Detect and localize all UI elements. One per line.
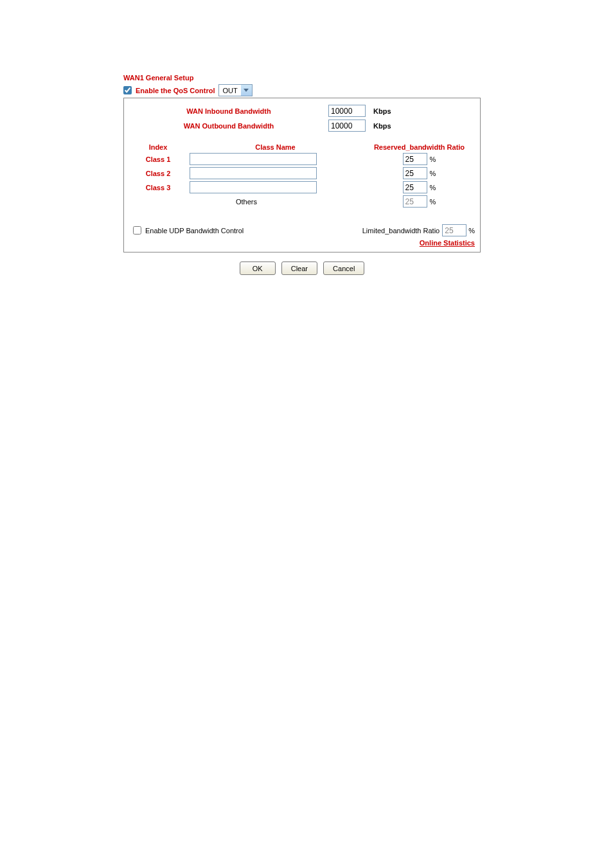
- class-index-cell: Class 1: [129, 155, 187, 163]
- button-row: OK Clear Cancel: [123, 261, 481, 275]
- qos-direction-select[interactable]: OUT: [218, 84, 252, 96]
- class-index-cell: Class 3: [129, 184, 187, 191]
- enable-qos-label: Enable the QoS Control: [136, 87, 215, 94]
- chevron-down-icon[interactable]: [241, 85, 252, 96]
- outbound-label: WAN Outbound Bandwidth: [129, 122, 328, 130]
- table-row: Class 2 %: [129, 167, 475, 179]
- class-name-cell: [187, 167, 364, 179]
- header-ratio: Reserved_bandwidth Ratio: [364, 143, 475, 151]
- percent-label: %: [430, 184, 436, 191]
- ratio-cell: %: [364, 167, 475, 179]
- table-row: Class 3 %: [129, 181, 475, 193]
- ratio-cell: %: [364, 153, 475, 165]
- udp-ratio-label: Limited_bandwidth Ratio: [362, 227, 440, 235]
- ok-button[interactable]: OK: [240, 261, 276, 275]
- percent-label: %: [468, 227, 475, 235]
- cancel-button[interactable]: Cancel: [323, 261, 364, 275]
- udp-ratio-input: [442, 224, 466, 236]
- class-2-link[interactable]: Class 2: [146, 170, 171, 177]
- enable-qos-row: Enable the QoS Control OUT: [123, 84, 490, 96]
- qos-panel: WAN Inbound Bandwidth Kbps WAN Outbound …: [123, 98, 481, 252]
- percent-label: %: [430, 155, 436, 163]
- class-1-name-input[interactable]: [190, 153, 317, 165]
- class-name-cell: [187, 181, 364, 193]
- enable-qos-checkbox[interactable]: [123, 86, 132, 94]
- others-ratio-cell: %: [364, 195, 475, 208]
- class-2-ratio-input[interactable]: [403, 167, 427, 179]
- inbound-input[interactable]: [328, 105, 366, 117]
- class-index-cell: Class 2: [129, 170, 187, 177]
- inbound-unit: Kbps: [373, 107, 391, 115]
- others-row: Others %: [129, 195, 475, 208]
- class-3-link[interactable]: Class 3: [146, 184, 171, 191]
- outbound-input[interactable]: [328, 120, 366, 132]
- class-name-cell: [187, 153, 364, 165]
- outbound-row: WAN Outbound Bandwidth Kbps: [129, 120, 475, 132]
- percent-label: %: [430, 198, 436, 206]
- udp-label: Enable UDP Bandwidth Control: [145, 227, 244, 235]
- udp-row: Enable UDP Bandwidth Control Limited_ban…: [129, 224, 475, 236]
- class-3-ratio-input[interactable]: [403, 181, 427, 193]
- qos-direction-value: OUT: [219, 87, 240, 94]
- class-table-header: Index Class Name Reserved_bandwidth Rati…: [129, 143, 475, 151]
- page-title: WAN1 General Setup: [123, 74, 490, 82]
- online-stats-row: Online Statistics: [129, 239, 475, 247]
- inbound-label: WAN Inbound Bandwidth: [129, 107, 328, 115]
- clear-button[interactable]: Clear: [281, 261, 317, 275]
- class-3-name-input[interactable]: [190, 181, 317, 193]
- header-index: Index: [129, 143, 187, 151]
- header-classname: Class Name: [187, 143, 364, 151]
- percent-label: %: [430, 170, 436, 177]
- class-1-link[interactable]: Class 1: [146, 155, 171, 163]
- class-2-name-input[interactable]: [190, 167, 317, 179]
- others-ratio-input: [403, 195, 427, 208]
- ratio-cell: %: [364, 181, 475, 193]
- inbound-row: WAN Inbound Bandwidth Kbps: [129, 105, 475, 117]
- class-1-ratio-input[interactable]: [403, 153, 427, 165]
- online-statistics-link[interactable]: Online Statistics: [420, 239, 475, 247]
- table-row: Class 1 %: [129, 153, 475, 165]
- others-label: Others: [129, 198, 364, 206]
- udp-checkbox[interactable]: [133, 226, 141, 235]
- outbound-unit: Kbps: [373, 122, 391, 130]
